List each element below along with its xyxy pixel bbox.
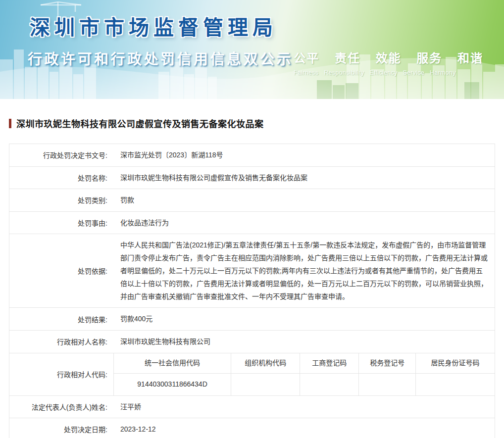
table-row-penalty-result: 处罚结果: 罚款400元 xyxy=(9,307,495,330)
code-header-tax-reg: 税务登记号 xyxy=(358,353,415,373)
row-value: 汪平娇 xyxy=(113,396,495,418)
row-value: 中华人民共和国广告法(2021修正)/第五章法律责任/第五十五条/第一款违反本法… xyxy=(113,234,495,307)
table-row-decision-number: 行政处罚决定书文号: 深市监光处罚〔2023〕新湖118号 xyxy=(9,144,495,166)
slogan-chinese: 公平 责任 效能 服务 和谐 xyxy=(294,49,483,66)
row-label: 处罚名称: xyxy=(9,167,113,189)
table-row-counterpart-name: 行政相对人名称: 深圳市玖妮生物科技有限公司 xyxy=(9,330,495,353)
code-header-credit-code: 统一社会信用代码 xyxy=(114,353,231,373)
row-value: 化妆品违法行为 xyxy=(113,212,495,234)
row-label: 处罚类别: xyxy=(9,189,113,211)
org-name-title: 深圳市市场监督管理局 xyxy=(30,11,277,41)
slogan-english: Fairness Responsibility Efficiency Servi… xyxy=(294,69,483,76)
code-value-id-number xyxy=(415,374,495,395)
code-value-org-code xyxy=(231,374,300,395)
code-table-header-row: 统一社会信用代码 组织机构代码 工商登记码 税务登记号 居民身份证号码 xyxy=(114,353,495,374)
page-title: 深圳市玖妮生物科技有限公司虚假宣传及销售无备案化妆品案 xyxy=(16,117,264,130)
table-row-decision-date: 处罚决定日期: 2023-12-12 xyxy=(9,418,495,438)
title-accent-bar xyxy=(9,119,11,128)
row-value: 罚款 xyxy=(113,189,495,211)
case-title-row: 深圳市玖妮生物科技有限公司虚假宣传及销售无备案化妆品案 xyxy=(9,117,495,130)
penalty-info-table: 行政处罚决定书文号: 深市监光处罚〔2023〕新湖118号 处罚名称: 深圳市玖… xyxy=(9,144,495,438)
row-label: 行政相对人代码: xyxy=(9,353,113,395)
row-value: 罚款400元 xyxy=(113,308,495,330)
row-label: 处罚结果: xyxy=(9,308,113,330)
slogan-block: 公平 责任 效能 服务 和谐 Fairness Responsibility E… xyxy=(294,49,483,76)
row-value: 深圳市玖妮生物科技有限公司 xyxy=(113,331,495,353)
row-label: 处罚决定日期: xyxy=(9,418,113,438)
table-row-penalty-category: 处罚类别: 罚款 xyxy=(9,189,495,211)
row-label: 处罚事由: xyxy=(9,212,113,234)
code-table-value-row: 91440300311866434D xyxy=(114,374,495,395)
code-header-id-number: 居民身份证号码 xyxy=(415,353,495,373)
table-row-legal-representative: 法定代表人(负责人)姓名: 汪平娇 xyxy=(9,395,495,418)
row-value: 深圳市玖妮生物科技有限公司虚假宣传及销售无备案化妆品案 xyxy=(113,167,495,189)
table-row-penalty-name: 处罚名称: 深圳市玖妮生物科技有限公司虚假宣传及销售无备案化妆品案 xyxy=(9,166,495,189)
row-label: 法定代表人(负责人)姓名: xyxy=(9,396,113,418)
row-value: 2023-12-12 xyxy=(113,418,495,438)
main-content: 深圳市玖妮生物科技有限公司虚假宣传及销售无备案化妆品案 行政处罚决定书文号: 深… xyxy=(0,99,504,438)
code-value-credit-code: 91440300311866434D xyxy=(114,374,231,395)
code-value-tax-reg xyxy=(358,374,415,395)
code-header-business-reg: 工商登记码 xyxy=(300,353,358,373)
row-value: 深市监光处罚〔2023〕新湖118号 xyxy=(113,144,495,166)
code-table: 统一社会信用代码 组织机构代码 工商登记码 税务登记号 居民身份证号码 9144… xyxy=(114,353,495,395)
table-row-penalty-basis: 处罚依据: 中华人民共和国广告法(2021修正)/第五章法律责任/第五十五条/第… xyxy=(9,234,495,307)
code-header-org-code: 组织机构代码 xyxy=(231,353,300,373)
table-row-penalty-reason: 处罚事由: 化妆品违法行为 xyxy=(9,211,495,234)
row-label: 处罚依据: xyxy=(9,234,113,307)
code-table-container: 统一社会信用代码 组织机构代码 工商登记码 税务登记号 居民身份证号码 9144… xyxy=(113,353,495,395)
row-label: 行政相对人名称: xyxy=(9,331,113,353)
code-value-business-reg xyxy=(300,374,358,395)
row-label: 行政处罚决定书文号: xyxy=(9,144,113,166)
banner-title: 行政许可和行政处罚信用信息双公示 xyxy=(28,48,293,68)
table-row-counterpart-codes: 行政相对人代码: 统一社会信用代码 组织机构代码 工商登记码 税务登记号 居民身… xyxy=(9,353,495,395)
site-header: 深圳市市场监督管理局 行政许可和行政处罚信用信息双公示 公平 责任 效能 服务 … xyxy=(0,0,504,99)
